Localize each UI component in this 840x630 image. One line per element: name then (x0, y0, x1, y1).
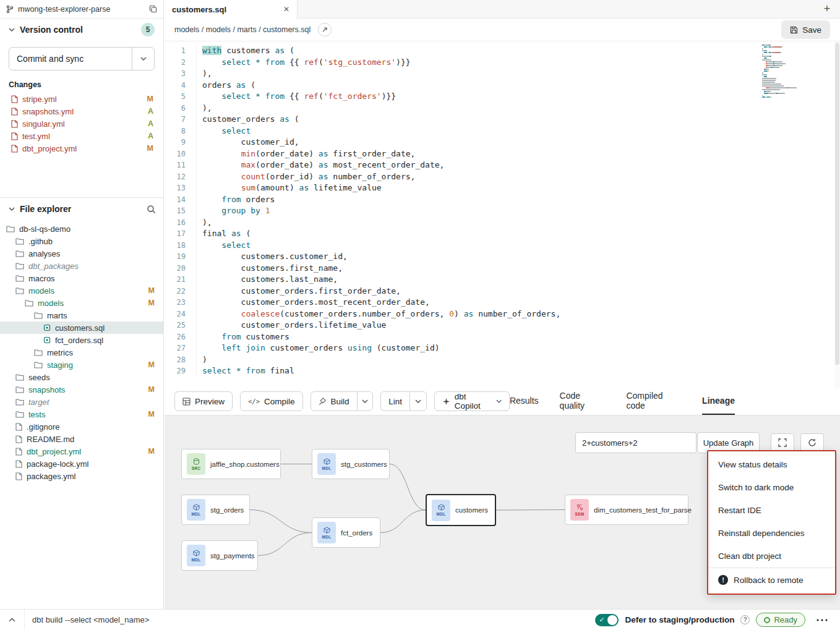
help-icon[interactable]: ? (740, 615, 750, 624)
expand-panel-button[interactable] (0, 610, 25, 630)
search-icon[interactable] (147, 205, 156, 214)
tree-item-fct-orders-sql[interactable]: fct_orders.sql (0, 334, 163, 346)
tree-item--gitignore[interactable]: .gitignore (0, 420, 163, 433)
commit-options-caret[interactable] (132, 48, 154, 70)
code-line[interactable]: 11 max(order_date) as most_recent_order_… (165, 160, 791, 171)
save-button[interactable]: Save (781, 20, 830, 39)
code-editor[interactable]: 1with customers as (2 select * from {{ r… (165, 41, 840, 388)
lineage-node-stg-payments[interactable]: MDLstg_payments (181, 540, 258, 571)
menu-item-switch-to-dark-mode[interactable]: Switch to dark mode (708, 476, 835, 499)
lineage-node-fct-orders[interactable]: MDLfct_orders (312, 517, 380, 548)
commit-and-sync-label[interactable]: Commit and sync (9, 48, 132, 70)
code-line[interactable]: 1with customers as ( (165, 45, 791, 57)
tree-item-marts[interactable]: marts (0, 309, 163, 321)
open-file-link-button[interactable] (318, 23, 332, 36)
code-line[interactable]: 5 select * from {{ ref('fct_orders')}} (165, 91, 791, 103)
code-line[interactable]: 13 sum(amount) as lifetime_value (165, 182, 791, 194)
menu-item-rollback-to-remote[interactable]: !Rollback to remote (708, 568, 835, 592)
changed-file-singular-yml[interactable]: singular.ymlA (0, 117, 163, 130)
tree-item-customers-sql[interactable]: customers.sql (0, 321, 163, 334)
code-line[interactable]: 19 customers.customer_id, (165, 251, 791, 263)
code-line[interactable]: 23 customer_orders.most_recent_order_dat… (165, 297, 791, 309)
tree-item-analyses[interactable]: analyses (0, 247, 163, 260)
lint-button[interactable]: Lint (381, 392, 409, 411)
build-button[interactable]: Build (311, 392, 357, 411)
code-line[interactable]: 8 select (165, 126, 791, 137)
tab-code-quality[interactable]: Code quality (560, 388, 606, 415)
editor-scrollbar[interactable] (834, 41, 840, 388)
refresh-button[interactable] (800, 433, 824, 452)
defer-toggle[interactable]: ✓ (595, 614, 619, 626)
code-line[interactable]: 20 customers.first_name, (165, 263, 791, 275)
minimap[interactable] (762, 45, 798, 98)
lineage-node-customers[interactable]: MDLcustomers (426, 494, 496, 526)
tree-item-macros[interactable]: macros (0, 272, 163, 284)
build-options-caret[interactable] (357, 392, 373, 411)
tree-item-packages-yml[interactable]: packages.yml (0, 470, 163, 482)
more-options-button[interactable] (812, 612, 833, 628)
code-line[interactable]: 17final as ( (165, 228, 791, 240)
cli-command-text[interactable]: dbt build --select <model_name> (32, 615, 149, 624)
close-icon[interactable]: ✕ (283, 5, 289, 14)
code-line[interactable]: 10 min(order_date) as first_order_date, (165, 148, 791, 160)
tab-customers-sql[interactable]: customers.sql ✕ (165, 0, 298, 19)
changed-file-snapshots-yml[interactable]: snapshots.ymlA (0, 105, 163, 117)
code-line[interactable]: 4orders as ( (165, 80, 791, 92)
changed-file-test-yml[interactable]: test.ymlA (0, 130, 163, 142)
status-badge[interactable]: Ready (756, 613, 805, 627)
code-line[interactable]: 21 customers.last_name, (165, 274, 791, 286)
tab-lineage[interactable]: Lineage (702, 388, 735, 415)
code-line[interactable]: 15 group by 1 (165, 205, 791, 217)
tree-item--github[interactable]: .github (0, 235, 163, 247)
code-line[interactable]: 14 from orders (165, 194, 791, 206)
tab-compiled-code[interactable]: Compiled code (626, 388, 681, 415)
menu-item-reinstall-dependencies[interactable]: Reinstall dependencies (708, 522, 835, 545)
tree-item-seeds[interactable]: seeds (0, 371, 163, 383)
preview-button[interactable]: Preview (174, 391, 233, 411)
file-explorer-header[interactable]: File explorer (0, 198, 163, 220)
tree-item-dbt-project-yml[interactable]: dbt_project.ymlM (0, 445, 163, 458)
menu-item-view-status-details[interactable]: View status details (708, 453, 835, 476)
tree-item-metrics[interactable]: metrics (0, 346, 163, 359)
tree-item-models[interactable]: modelsM (0, 284, 163, 297)
tree-item-models[interactable]: modelsM (0, 297, 163, 309)
tree-item-dbt-packages[interactable]: dbt_packages (0, 260, 163, 272)
code-line[interactable]: 24 coalesce(customer_orders.number_of_or… (165, 309, 791, 320)
changed-file-dbt-project-yml[interactable]: dbt_project.ymlM (0, 142, 163, 155)
tree-item-staging[interactable]: stagingM (0, 359, 163, 371)
menu-item-restart-ide[interactable]: Restart IDE (708, 499, 835, 522)
code-line[interactable]: 26 from customers (165, 331, 791, 343)
code-line[interactable]: 7customer_orders as ( (165, 114, 791, 126)
menu-item-clean-dbt-project[interactable]: Clean dbt project (708, 545, 835, 568)
changed-file-stripe-yml[interactable]: stripe.ymlM (0, 93, 163, 105)
code-line[interactable]: 12 count(order_id) as number_of_orders, (165, 171, 791, 183)
tab-results[interactable]: Results (510, 388, 539, 415)
lineage-node-jaffle-shop-customers[interactable]: SRCjaffle_shop.customers (181, 449, 281, 479)
lineage-node-stg-customers[interactable]: MDLstg_customers (312, 449, 390, 479)
tree-item-target[interactable]: target (0, 396, 163, 408)
tree-item-package-lock-yml[interactable]: package-lock.yml (0, 458, 163, 470)
lineage-selector-input[interactable] (575, 432, 696, 453)
code-line[interactable]: 16), (165, 217, 791, 229)
code-line[interactable]: 28) (165, 354, 791, 366)
code-line[interactable]: 9 customer_id, (165, 137, 791, 148)
scrollbar-thumb[interactable] (835, 43, 839, 365)
tree-item-db-sl-qs-demo[interactable]: db-sl-qs-demo (0, 223, 163, 235)
code-line[interactable]: 3), (165, 68, 791, 80)
new-tab-button[interactable]: + (814, 0, 840, 18)
code-line[interactable]: 2 select * from {{ ref('stg_customers')}… (165, 57, 791, 69)
lineage-node-stg-orders[interactable]: MDLstg_orders (181, 495, 250, 525)
code-line[interactable]: 25 customer_orders.lifetime_value (165, 320, 791, 331)
version-control-header[interactable]: Version control 5 (0, 19, 163, 41)
tree-item-readme-md[interactable]: README.md (0, 433, 163, 445)
lint-options-caret[interactable] (409, 392, 426, 411)
code-line[interactable]: 18 select (165, 240, 791, 252)
tree-item-snapshots[interactable]: snapshotsM (0, 383, 163, 396)
code-line[interactable]: 29select * from final (165, 365, 791, 377)
compile-button[interactable]: </> Compile (240, 391, 303, 411)
tree-item-tests[interactable]: testsM (0, 408, 163, 420)
code-line[interactable]: 22 customer_orders.first_order_date, (165, 286, 791, 297)
code-line[interactable]: 6), (165, 103, 791, 114)
lineage-node-dim-customers-test-for-parse[interactable]: SEMdim_customers_test_for_parse (565, 495, 688, 525)
copy-icon[interactable] (149, 5, 157, 13)
